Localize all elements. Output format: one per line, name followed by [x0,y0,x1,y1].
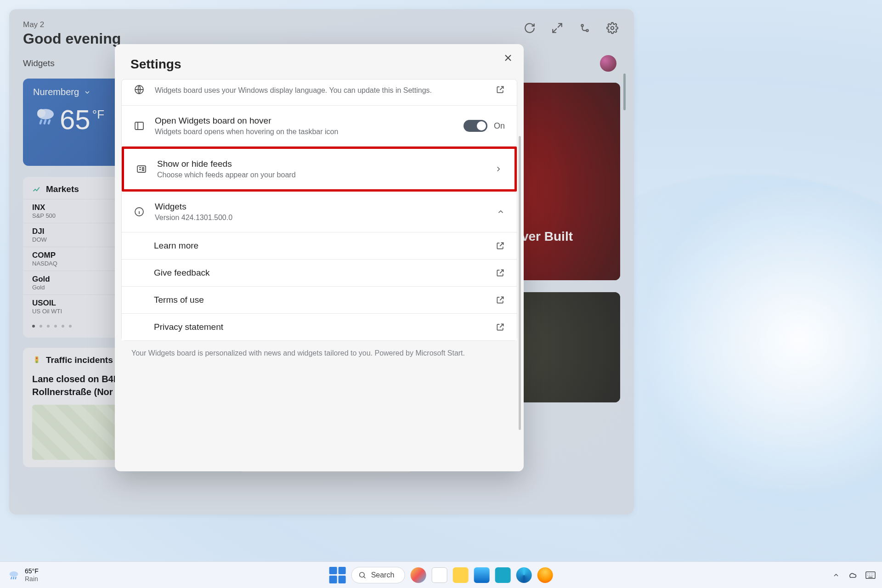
rain-icon [7,569,20,582]
svg-point-13 [10,571,18,577]
toggle-hover[interactable] [464,120,487,132]
settings-dialog: Settings Widgets board uses your Windows… [115,44,524,471]
keyboard-icon[interactable] [865,571,876,579]
svg-rect-10 [135,122,143,130]
setting-row-about[interactable]: Widgets Version 424.1301.500.0 [122,192,517,232]
settings-title: Settings [130,57,508,72]
taskbar: 65°F Rain Search [0,561,882,588]
taskbar-temp: 65°F [25,567,39,575]
search-icon [358,571,367,579]
toggle-state: On [494,121,505,131]
taskbar-app-explorer[interactable] [474,567,489,583]
search-placeholder: Search [371,571,395,579]
setting-row-feedback[interactable]: Give feedback [122,260,517,287]
taskbar-app-copilot[interactable] [410,567,426,583]
chevron-right-icon [494,165,503,173]
taskbar-app-edge[interactable] [516,567,531,583]
layout-icon [134,120,145,131]
setting-sub: Widgets board opens when hovering on the… [155,128,453,136]
taskbar-app-taskview[interactable] [431,567,447,583]
setting-sub: Widgets board uses your Windows display … [155,86,486,95]
globe-icon [134,84,145,95]
setting-row-privacy[interactable]: Privacy statement [122,314,517,340]
taskbar-app-firefox[interactable] [537,567,553,583]
external-link-icon [496,241,505,250]
setting-row-hover[interactable]: Open Widgets board on hover Widgets boar… [122,106,517,147]
external-link-icon [496,85,505,94]
external-link-icon [496,295,505,305]
setting-row-learn-more[interactable]: Learn more [122,232,517,260]
chevron-up-icon [497,208,505,216]
close-button[interactable] [503,52,514,63]
scrollbar[interactable] [519,136,521,430]
external-link-icon [496,268,505,277]
info-icon [134,206,145,217]
taskbar-weather[interactable]: 65°F Rain [0,567,46,582]
svg-point-14 [360,572,365,577]
taskbar-cond: Rain [25,575,39,582]
setting-sub: Version 424.1301.500.0 [155,214,486,222]
cloud-icon[interactable] [848,571,857,580]
start-button[interactable] [329,567,346,583]
setting-title: Show or hide feeds [157,159,484,169]
setting-title: Open Widgets board on hover [155,116,453,126]
taskbar-app-pre[interactable] [452,567,468,583]
chevron-up-icon[interactable] [832,571,840,579]
setting-row-terms[interactable]: Terms of use [122,287,517,314]
search-box[interactable]: Search [351,567,405,583]
setting-row-feeds[interactable]: Show or hide feeds Choose which feeds ap… [122,147,517,192]
settings-footer: Your Widgets board is personalized with … [121,341,517,357]
setting-sub: Choose which feeds appear on your board [157,171,484,179]
setting-title: Widgets [155,202,486,212]
feed-icon [136,164,147,175]
taskbar-app-v[interactable] [495,567,510,583]
svg-rect-11 [137,166,146,172]
setting-row-language[interactable]: Widgets board uses your Windows display … [122,79,517,106]
external-link-icon [496,322,505,332]
